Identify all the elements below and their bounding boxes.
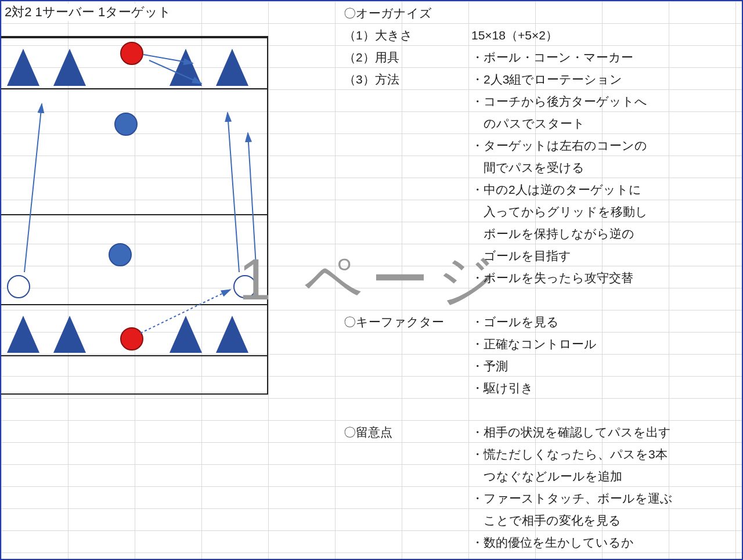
equip-value: ・ボール・コーン・マーカー — [471, 49, 738, 66]
content-table: 〇オーガナイズ （1）大きさ15×18（+5×2） （2）用具・ボール・コーン・… — [344, 2, 738, 554]
player-empty-icon — [233, 275, 257, 298]
midline — [1, 214, 267, 215]
player-blue-icon — [114, 113, 138, 136]
notes-line: ことで相手の変化を見る — [471, 512, 738, 529]
notes-line: ・慌ただしくなったら、パスを3本 — [471, 446, 738, 463]
ball-icon — [120, 327, 143, 351]
organize-heading: 〇オーガナイズ — [344, 5, 471, 21]
method-line: ・コーチから後方ターゲットへ — [471, 93, 738, 110]
svg-line-1 — [228, 113, 239, 272]
page: 2対2 1サーバー 1ターゲット — [0, 0, 743, 560]
cone-icon — [7, 49, 39, 86]
method-line: 入ってからグリッドを移動し — [471, 204, 738, 220]
svg-line-2 — [248, 133, 257, 275]
method-line: ・ボールを失ったら攻守交替 — [471, 270, 738, 286]
cone-icon — [53, 49, 86, 86]
keyfactor-heading: 〇キーファクター — [344, 314, 471, 330]
cone-icon — [216, 316, 248, 353]
ball-icon — [120, 42, 143, 65]
method-line: ゴールを目指す — [471, 248, 738, 264]
method-line: のパスでスタート — [471, 115, 738, 132]
notes-line: ・相手の状況を確認してパスを出す — [471, 424, 738, 440]
cone-icon — [7, 316, 39, 353]
drill-title: 2対2 1サーバー 1ターゲット — [5, 3, 171, 21]
size-label: （1）大きさ — [344, 27, 471, 44]
cone-icon — [169, 316, 202, 353]
method-line: ボールを保持しながら逆の — [471, 226, 738, 242]
keyfactor-line: ・正確なコントロール — [471, 336, 738, 352]
keyfactor-line: ・予測 — [471, 358, 738, 374]
notes-line: ・数的優位を生かしているか — [471, 534, 738, 551]
method-line: ・2人3組でローテーション — [471, 71, 738, 88]
svg-line-0 — [24, 104, 42, 272]
cone-icon — [53, 316, 86, 353]
method-line: ・ターゲットは左右のコーンの — [471, 138, 738, 154]
method-line: ・中の2人は逆のターゲットに — [471, 182, 738, 198]
cone-icon — [169, 49, 202, 86]
keyfactor-line: ・ゴールを見る — [471, 314, 738, 330]
drill-diagram — [1, 36, 268, 395]
cone-icon — [216, 49, 248, 86]
method-line: 間でパスを受ける — [471, 160, 738, 176]
equip-label: （2）用具 — [344, 49, 471, 66]
notes-line: ・ファーストタッチ、ボールを運ぶ — [471, 490, 738, 507]
notes-line: つなぐなどルールを追加 — [471, 468, 738, 485]
method-label: （3）方法 — [344, 71, 471, 88]
player-blue-icon — [109, 243, 132, 266]
size-value: 15×18（+5×2） — [471, 27, 738, 44]
player-empty-icon — [7, 275, 30, 298]
keyfactor-line: ・駆け引き — [471, 380, 738, 396]
notes-heading: 〇留意点 — [344, 424, 471, 440]
